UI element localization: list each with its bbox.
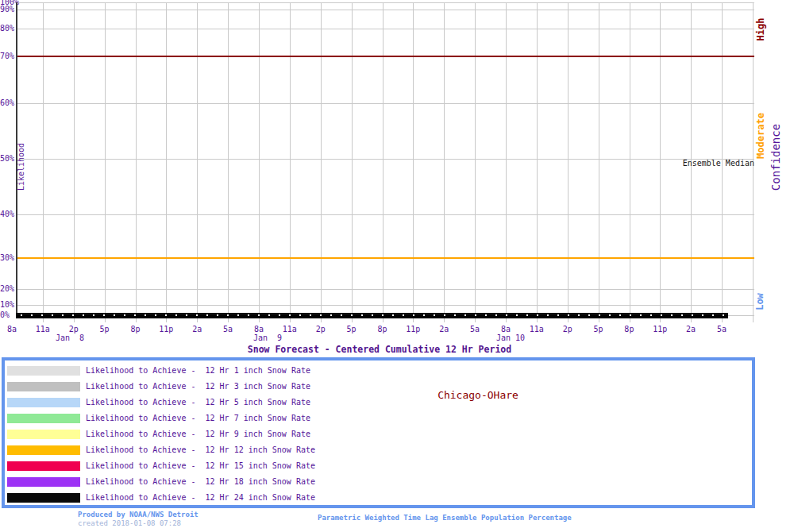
legend-item-label: Likelihood to Achieve - 12 Hr 3 inch Sno… — [86, 382, 310, 391]
legend-swatch — [7, 430, 80, 439]
legend-item-label: Likelihood to Achieve - 12 Hr 5 inch Sno… — [86, 398, 310, 407]
legend-item-label: Likelihood to Achieve - 12 Hr 24 inch Sn… — [86, 493, 315, 503]
legend-swatch — [7, 398, 80, 407]
legend-swatch — [7, 493, 80, 503]
legend-rows: Likelihood to Achieve - 12 Hr 1 inch Sno… — [0, 0, 794, 532]
legend-swatch — [7, 414, 80, 423]
legend-swatch — [7, 477, 80, 487]
legend-swatch — [7, 461, 80, 471]
legend-swatch — [7, 382, 80, 391]
footer-created-timestamp: created 2018-01-08 07:28 — [78, 519, 181, 527]
legend-item-label: Likelihood to Achieve - 12 Hr 9 inch Sno… — [86, 430, 310, 439]
legend-item-label: Likelihood to Achieve - 12 Hr 18 inch Sn… — [86, 477, 315, 487]
legend-item-label: Likelihood to Achieve - 12 Hr 7 inch Sno… — [86, 414, 310, 423]
station-label: Chicago-OHare — [437, 389, 518, 401]
legend-item-label: Likelihood to Achieve - 12 Hr 1 inch Sno… — [86, 366, 310, 376]
legend-item-label: Likelihood to Achieve - 12 Hr 12 inch Sn… — [86, 445, 315, 455]
snow-forecast-page: 100%90%80%70%60%50%40%30%20%10%0%8a11a2p… — [0, 0, 794, 532]
legend-swatch — [7, 445, 80, 455]
footer-produced-by: Produced by NOAA/NWS Detroit — [78, 511, 198, 519]
legend-item-label: Likelihood to Achieve - 12 Hr 15 inch Sn… — [86, 461, 315, 471]
footer-method-caption: Parametric Weighted Time Lag Ensemble Po… — [318, 514, 572, 522]
legend-swatch — [7, 366, 80, 376]
